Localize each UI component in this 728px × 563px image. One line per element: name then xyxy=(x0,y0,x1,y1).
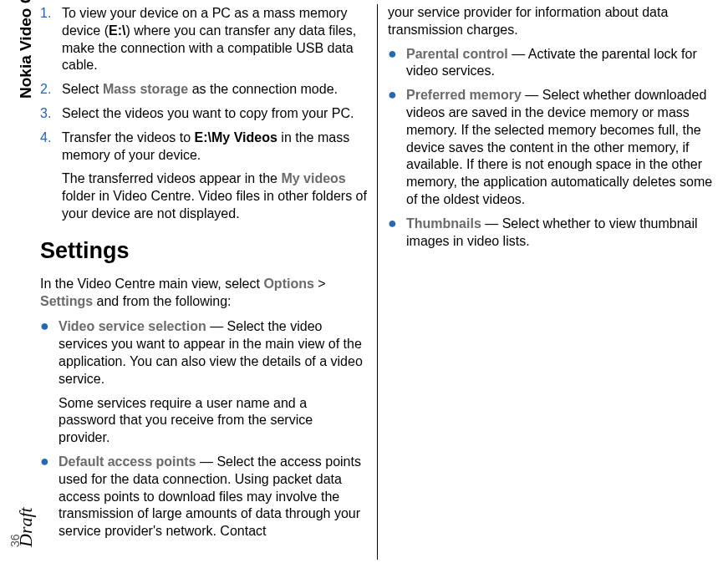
settings-heading: Settings xyxy=(40,238,367,264)
left-column: 1. To view your device on a PC as a mass… xyxy=(40,4,377,560)
step-number: 2. xyxy=(40,81,62,99)
step-2: 2. Select Mass storage as the connection… xyxy=(40,81,367,99)
video-service-note: Some services require a user name and a … xyxy=(59,395,367,447)
my-videos-label: My videos xyxy=(281,171,345,185)
bullet-icon: ● xyxy=(388,46,406,81)
parental-control-item: ● Parental control — Activate the parent… xyxy=(388,46,715,81)
step-number: 4. xyxy=(40,129,62,165)
bullet-icon: ● xyxy=(388,87,406,209)
settings-label: Settings xyxy=(40,294,93,308)
continuation-text: your service provider for information ab… xyxy=(388,4,715,39)
video-service-selection-item: ● Video service selection — Select the v… xyxy=(40,318,367,388)
settings-items-left: ● Video service selection — Select the v… xyxy=(40,318,367,388)
chapter-title: Nokia Video Centre xyxy=(17,0,35,99)
step-4-note: The transferred videos appear in the My … xyxy=(62,170,367,222)
step-number: 1. xyxy=(40,5,62,74)
settings-items-left-2: ● Default access points — Select the acc… xyxy=(40,454,367,540)
step-number: 3. xyxy=(40,105,62,123)
bullet-icon: ● xyxy=(40,318,59,388)
drive-label: E:\ xyxy=(109,23,125,38)
thumbnails-label: Thumbnails xyxy=(406,216,481,231)
step-1: 1. To view your device on a PC as a mass… xyxy=(40,5,367,74)
settings-items-right: ● Parental control — Activate the parent… xyxy=(388,46,715,251)
default-access-points-label: Default access points xyxy=(59,454,196,469)
step-text: Transfer the videos to E:\My Videos in t… xyxy=(62,129,367,165)
step-3: 3. Select the videos you want to copy fr… xyxy=(40,105,367,123)
step-text: Select the videos you want to copy from … xyxy=(62,105,367,123)
page-number: 36 xyxy=(8,534,22,547)
sidebar: Nokia Video Centre Draft 36 xyxy=(0,0,38,563)
settings-intro: In the Video Centre main view, select Op… xyxy=(40,276,367,311)
steps-list: 1. To view your device on a PC as a mass… xyxy=(40,5,367,164)
bullet-icon: ● xyxy=(40,454,59,540)
options-label: Options xyxy=(263,276,313,291)
video-service-selection-label: Video service selection xyxy=(59,319,206,333)
parental-control-label: Parental control xyxy=(406,47,508,61)
thumbnails-item: ● Thumbnails — Select whether to view th… xyxy=(388,216,715,251)
step-text: To view your device on a PC as a mass me… xyxy=(62,5,367,74)
preferred-memory-label: Preferred memory xyxy=(406,88,522,102)
bullet-icon: ● xyxy=(388,216,406,251)
preferred-memory-item: ● Preferred memory — Select whether down… xyxy=(388,87,715,209)
step-4: 4. Transfer the videos to E:\My Videos i… xyxy=(40,129,367,165)
mass-storage-label: Mass storage xyxy=(103,82,188,96)
content-columns: 1. To view your device on a PC as a mass… xyxy=(40,4,725,560)
right-column: your service provider for information ab… xyxy=(378,4,715,560)
path-label: E:\My Videos xyxy=(195,130,277,145)
default-access-points-item: ● Default access points — Select the acc… xyxy=(40,454,367,540)
step-text: Select Mass storage as the connection mo… xyxy=(62,81,367,99)
